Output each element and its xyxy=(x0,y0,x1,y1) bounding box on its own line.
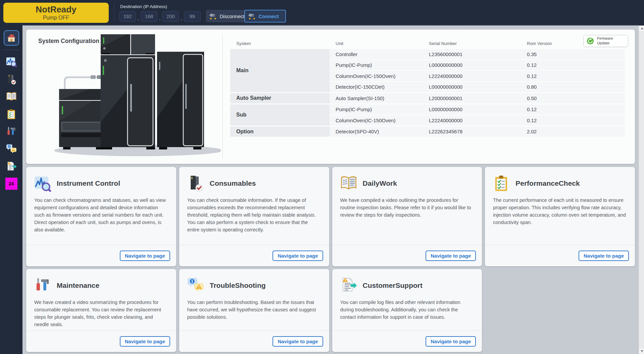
table-row[interactable]: Pump(IC-Pump) L00000000000 0.12 xyxy=(330,104,625,115)
card-title: Consumables xyxy=(210,179,256,187)
serial-cell: L00000000000 xyxy=(423,62,521,68)
document-arrow-icon xyxy=(6,161,17,172)
card-troubleshooting: TroubleShooting You can perform troubles… xyxy=(179,269,329,352)
rom-cell: 0.12 xyxy=(521,73,625,79)
navigate-to-page-button[interactable]: Navigate to page xyxy=(579,251,629,261)
firmware-update-button[interactable]: Firmware Update xyxy=(583,35,628,47)
ip-dot: . xyxy=(138,15,139,21)
table-row[interactable]: ColumnOven(IC-150Oven) L22240000000 0.12 xyxy=(330,71,625,81)
column-header-unit: Unit xyxy=(330,41,423,46)
table-row[interactable]: ColumnOven(IC-150Oven) L22240000000 0.12 xyxy=(330,115,625,126)
navigate-to-page-button[interactable]: Navigate to page xyxy=(426,336,476,347)
vertical-scrollbar[interactable] xyxy=(639,26,644,354)
main-content: System Configuration xyxy=(22,26,639,354)
status-subtitle: Pump OFF xyxy=(3,15,109,21)
sidebar-item-daily-work[interactable] xyxy=(5,91,18,102)
unit-cell: Pump(IC-Pump) xyxy=(330,106,423,112)
chat-bubbles-alert-icon xyxy=(6,144,17,154)
sidebar-item-consumables[interactable] xyxy=(5,74,18,85)
table-group-auto-sampler: Auto Sampler Auto Sampler(SI-150) L20000… xyxy=(230,93,625,103)
sidebar-item-instrument-control[interactable] xyxy=(5,56,18,68)
serial-cell: L00000000000 xyxy=(423,84,521,90)
card-maintenance: Maintenance We have created a video summ… xyxy=(26,269,176,352)
navigate-to-page-button[interactable]: Navigate to page xyxy=(426,251,476,261)
notification-count-badge[interactable]: 24 xyxy=(5,178,17,190)
unit-cell: Controller xyxy=(330,51,423,57)
rom-cell: 0.12 xyxy=(521,62,625,68)
table-row[interactable]: Detector(SPD-40V) L22262345678 2.02 xyxy=(330,127,625,137)
topbar-divider xyxy=(114,3,114,23)
table-header-row: System Unit Serial Number Rom Version xyxy=(230,38,625,49)
rom-cell: 0.35 xyxy=(521,51,625,57)
disconnect-button[interactable]: Disconnect xyxy=(206,10,245,22)
unit-cell: Detector(SPD-40V) xyxy=(330,129,423,134)
ip-address-label: Destination (IP Address) xyxy=(120,4,201,9)
card-description: We have created a video summarizing the … xyxy=(26,294,176,328)
card-description: You can check consumable information. If… xyxy=(179,192,329,233)
clipboard-checklist-icon xyxy=(6,109,17,120)
navigate-to-page-button[interactable]: Navigate to page xyxy=(120,336,170,347)
navigate-to-page-button[interactable]: Navigate to page xyxy=(120,251,170,261)
card-description: You can compile log files and other rele… xyxy=(332,294,482,321)
rom-cell: 2.02 xyxy=(521,129,625,134)
card-daily-work: DailyWork We have compiled a video outli… xyxy=(332,167,482,266)
system-configuration-panel: System Configuration xyxy=(26,30,635,164)
ip-dot: . xyxy=(159,15,160,21)
open-book-icon xyxy=(340,175,357,192)
serial-cell: L00000000000 xyxy=(423,106,521,112)
open-book-icon xyxy=(6,91,17,102)
ip-octet-3-input[interactable] xyxy=(162,11,179,22)
ip-octet-4-input[interactable] xyxy=(184,11,201,22)
connection-section: Destination (IP Address) . . . xyxy=(119,4,201,22)
chromatogram-magnifier-icon xyxy=(34,175,51,192)
card-instrument-control: Instrument Control You can check chromat… xyxy=(26,167,176,266)
sidebar-item-customer-support[interactable] xyxy=(5,161,18,172)
tools-icon xyxy=(6,126,17,137)
table-row[interactable]: Pump(IC-Pump) L00000000000 0.12 xyxy=(330,60,625,71)
ip-address-fields: . . . xyxy=(119,11,201,22)
chat-bubbles-alert-icon xyxy=(187,277,204,294)
table-group-option: Option Detector(SPD-40V) L22262345678 2.… xyxy=(230,127,625,137)
serial-cell: L22240000000 xyxy=(423,73,521,79)
unit-cell: Auto Sampler(SI-150) xyxy=(330,95,423,101)
scroll-down-arrow-icon[interactable] xyxy=(639,348,644,354)
tools-icon xyxy=(34,277,51,294)
sidebar-item-maintenance[interactable] xyxy=(5,126,18,137)
group-label: Sub xyxy=(230,104,330,126)
card-description: The current performance of each unit is … xyxy=(485,192,635,226)
group-label: Auto Sampler xyxy=(230,93,330,103)
navigate-to-page-button[interactable]: Navigate to page xyxy=(273,251,323,261)
sidebar-item-troubleshooting[interactable] xyxy=(5,143,18,155)
consumables-check-icon xyxy=(187,175,204,192)
rom-cell: 0.50 xyxy=(521,95,625,101)
top-status-bar: NotReady Pump OFF Destination (IP Addres… xyxy=(0,0,644,26)
unit-cell: Pump(IC-Pump) xyxy=(330,62,423,68)
scroll-up-arrow-icon[interactable] xyxy=(639,26,644,31)
consumables-check-icon xyxy=(6,74,17,85)
group-label: Option xyxy=(230,127,330,137)
connect-button[interactable]: Connect xyxy=(244,10,286,23)
table-row[interactable]: Detector(IC-150CDet) L00000000000 0.80 xyxy=(330,82,625,92)
system-table-area: Firmware Update System Unit Serial Numbe… xyxy=(223,30,635,164)
instrument-illustration-area: System Configuration xyxy=(26,30,222,164)
card-description: We have compiled a video outlining the p… xyxy=(332,192,482,219)
ip-octet-2-input[interactable] xyxy=(141,11,157,22)
sidebar-item-home[interactable] xyxy=(4,30,19,46)
sidebar-item-performance-check[interactable] xyxy=(5,108,18,120)
table-row[interactable]: Auto Sampler(SI-150) L20000000001 0.50 xyxy=(330,93,625,103)
status-title: NotReady xyxy=(3,5,109,15)
ip-octet-1-input[interactable] xyxy=(119,11,136,22)
instrument-system-image xyxy=(40,34,221,160)
card-title: TroubleShooting xyxy=(210,281,266,290)
sidebar-nav: 24 xyxy=(0,26,22,354)
table-group-sub: Sub Pump(IC-Pump) L00000000000 0.12 Colu… xyxy=(230,104,625,126)
card-description: You can perform troubleshooting. Based o… xyxy=(179,294,329,321)
card-consumables: Consumables You can check consumable inf… xyxy=(179,167,329,266)
table-row[interactable]: Controller L23560000001 0.35 xyxy=(330,49,625,59)
column-header-serial-number: Serial Number xyxy=(423,41,521,46)
card-title: PerformanceCheck xyxy=(515,179,580,187)
navigate-to-page-button[interactable]: Navigate to page xyxy=(273,336,323,347)
chromatogram-magnifier-icon xyxy=(6,56,17,67)
ip-dot: . xyxy=(181,15,182,21)
serial-cell: L20000000001 xyxy=(423,95,521,101)
